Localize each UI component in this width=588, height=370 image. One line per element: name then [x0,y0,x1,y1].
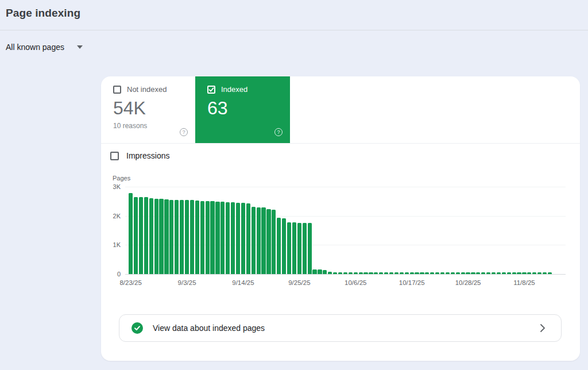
chart-bar [502,272,506,274]
chart-bar [190,200,194,274]
chart-plot: 3K2K1K08/23/259/3/259/14/259/25/2510/6/2… [125,187,566,274]
chart-bar [241,203,245,274]
chart-bar [461,272,465,274]
chart-bar [440,272,444,274]
chart-bar [154,199,158,274]
check-circle-icon [131,322,143,334]
chart-bar [471,272,475,274]
chart-bar [195,201,199,274]
x-axis-tick: 8/23/25 [119,279,141,286]
chart-bar [400,272,404,274]
chart-bar [338,272,342,274]
help-icon[interactable]: ? [274,128,283,136]
chart-bar [410,272,414,274]
chart-bar [343,272,347,274]
chart-bar [206,201,210,274]
indexed-checkbox[interactable] [207,86,215,94]
impressions-label: Impressions [126,151,169,160]
chart-bar [415,272,419,274]
chevron-right-icon [540,323,546,333]
chart-bar [323,270,327,274]
chart-bar [456,272,460,274]
not-indexed-count: 54K [113,98,195,119]
chart-bar [379,272,383,274]
indexed-label: Indexed [221,85,247,94]
chart-bar [497,272,501,274]
chart-bar [185,200,189,274]
chart-bar [349,272,353,274]
chart-bar [517,272,521,274]
chart-bar [287,222,291,274]
chart-bar [328,272,332,274]
chart-bar [257,207,261,274]
chart-bar [394,272,399,274]
chart-bar [446,272,450,274]
page-title: Page indexing [6,7,80,20]
x-axis-tick: 10/28/25 [455,279,481,286]
chart-bar [252,207,256,274]
view-data-button[interactable]: View data about indexed pages [119,314,562,342]
chart-bar [374,272,378,274]
x-axis-tick: 9/14/25 [232,279,254,286]
chart-bar [354,272,358,274]
indexed-card[interactable]: Indexed 63 ? [195,76,290,143]
header-divider [0,30,588,30]
chart-bar [149,198,153,274]
gridline-3K [125,187,566,187]
not-indexed-label: Not indexed [127,85,167,94]
chart-bar [215,202,219,274]
checkmark-icon [208,87,214,92]
chart-bar [303,223,307,274]
x-axis-tick: 9/25/25 [288,279,310,286]
chart-bar [512,272,516,274]
not-indexed-checkbox[interactable] [113,86,121,94]
chart-bar [476,272,480,274]
chart-bar [261,207,265,274]
chart-bar [312,269,316,274]
chart-bar [144,197,148,274]
chart-y-axis-title: Pages [113,175,130,182]
chart-bar [236,203,240,274]
chart-bar [164,199,168,274]
gridline-0 [125,274,566,275]
chart-bar [522,272,526,274]
chart-bar [369,272,373,274]
chart-bar [333,272,337,274]
chart-bar [297,223,301,274]
x-axis-tick: 10/6/25 [345,279,366,286]
chart-bar [430,272,434,274]
chart-bar [139,197,143,274]
chart-bar [537,272,541,274]
chart-bar [466,272,470,274]
x-axis-tick: 10/17/25 [399,279,425,286]
chart-bar [548,272,552,274]
impressions-toggle[interactable]: Impressions [110,151,169,160]
indexed-count: 63 [207,98,290,119]
chart-bar [175,200,179,274]
impressions-checkbox[interactable] [110,152,119,160]
chart-bar [420,272,424,274]
x-axis-tick: 9/3/25 [178,279,196,286]
chart-bar [246,203,250,274]
chart-bar [266,209,270,274]
chart-bar [129,193,133,274]
view-data-label: View data about indexed pages [153,323,265,333]
chart-bar [231,202,235,274]
chart-bar [405,272,409,274]
not-indexed-card[interactable]: Not indexed 54K 10 reasons ? [101,76,195,143]
page-filter-dropdown[interactable]: All known pages [6,43,83,52]
status-cards-row: Not indexed 54K 10 reasons ? Indexed 63 … [101,76,580,144]
chart-bar [507,272,511,274]
chart-bar [180,200,184,274]
chart-bar [169,200,173,274]
chart-bar [389,272,393,274]
chart-bar [200,201,204,274]
chart-bar [277,218,281,274]
chart-bar [318,269,322,274]
page-filter-label: All known pages [6,43,64,52]
help-icon[interactable]: ? [180,128,188,136]
chart-bar [210,201,214,274]
chart-bar [527,272,531,274]
chart-bar [363,272,368,274]
chart-bar [226,202,230,274]
